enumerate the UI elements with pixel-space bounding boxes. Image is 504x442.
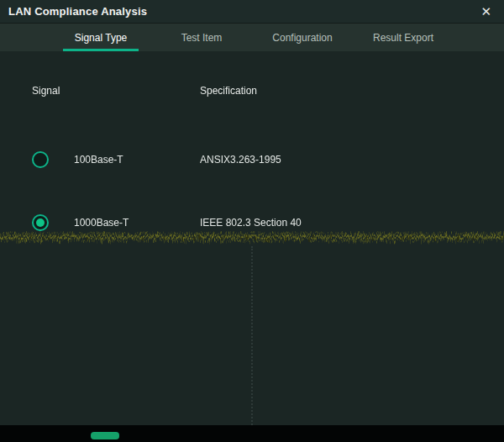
scope-bottom-strip: [0, 425, 504, 442]
table-row-1000base-t[interactable]: 1000Base-T IEEE 802.3 Section 40: [0, 212, 504, 234]
tab-label: Configuration: [272, 32, 332, 44]
radio-100base-t[interactable]: [32, 151, 49, 168]
lan-compliance-dialog: LAN Compliance Analysis ✕ Signal Type Te…: [0, 0, 504, 425]
tab-label: Result Export: [373, 32, 433, 44]
tab-bar: Signal Type Test Item Configuration Resu…: [0, 24, 504, 51]
tab-result-export[interactable]: Result Export: [353, 24, 454, 51]
signal-label: 1000Base-T: [74, 217, 129, 229]
close-icon[interactable]: ✕: [476, 3, 496, 19]
specification-label: IEEE 802.3 Section 40: [200, 217, 302, 229]
tab-label: Test Item: [181, 32, 223, 44]
radio-1000base-t[interactable]: [32, 214, 49, 231]
tab-configuration[interactable]: Configuration: [252, 24, 353, 51]
column-header-signal: Signal: [32, 85, 60, 97]
specification-label: ANSIX3.263-1995: [200, 154, 281, 166]
grid-centerline: [251, 246, 253, 425]
bottom-indicator: [91, 432, 119, 439]
tab-test-item[interactable]: Test Item: [151, 24, 252, 51]
dialog-body: Signal Specification 100Base-T ANSIX3.26…: [0, 51, 504, 425]
table-row-100base-t[interactable]: 100Base-T ANSIX3.263-1995: [0, 149, 504, 171]
dialog-title: LAN Compliance Analysis: [8, 5, 147, 18]
column-header-specification: Specification: [200, 85, 257, 97]
tab-signal-type[interactable]: Signal Type: [50, 24, 151, 51]
signal-label: 100Base-T: [74, 154, 123, 166]
tab-label: Signal Type: [75, 32, 128, 44]
oscilloscope-screen: LAN Compliance Analysis ✕ Signal Type Te…: [0, 0, 504, 442]
dialog-titlebar: LAN Compliance Analysis ✕: [0, 0, 504, 24]
